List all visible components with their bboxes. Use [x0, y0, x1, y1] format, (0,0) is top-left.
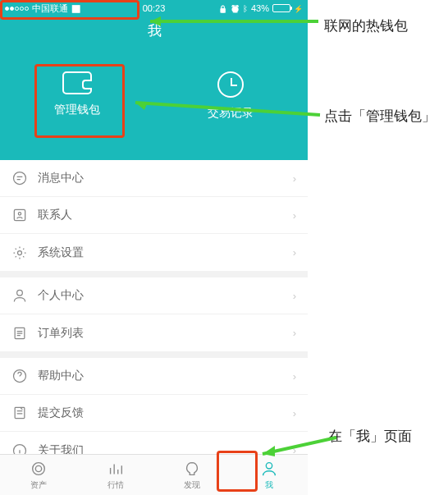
message-icon [11, 170, 28, 186]
bluetooth-icon [243, 3, 248, 13]
menu-label: 系统设置 [38, 245, 84, 260]
signal-icon [5, 7, 29, 11]
alarm-icon [231, 3, 240, 13]
menu-contacts[interactable]: 联系人 › [0, 197, 308, 234]
wifi-icon [71, 3, 80, 13]
transaction-history-button[interactable]: 交易记录 [208, 71, 254, 121]
menu-label: 订单列表 [38, 326, 84, 341]
transaction-history-label: 交易记录 [208, 106, 254, 121]
header: 我 管理钱包 交易记录 [0, 16, 308, 160]
status-bar: 中国联通 00:23 43% [0, 0, 308, 16]
chevron-right-icon: › [293, 290, 296, 302]
menu-label: 个人中心 [38, 288, 84, 303]
tab-label: 行情 [107, 479, 124, 491]
svg-point-4 [17, 290, 23, 296]
tab-discover[interactable]: 发现 [154, 455, 231, 495]
svg-point-11 [266, 462, 272, 468]
chevron-right-icon: › [293, 407, 296, 419]
svg-point-9 [33, 462, 45, 474]
chevron-right-icon: › [293, 209, 296, 222]
feedback-icon [11, 405, 28, 421]
wallet-icon [62, 71, 92, 94]
tab-assets[interactable]: 资产 [0, 455, 77, 495]
menu-orders[interactable]: 订单列表 › [0, 314, 308, 351]
svg-rect-7 [15, 407, 25, 418]
gear-icon [11, 245, 28, 261]
menu-feedback[interactable]: 提交反馈 › [0, 395, 308, 432]
battery-percent: 43% [251, 3, 269, 13]
tab-me[interactable]: 我 [231, 455, 308, 495]
annotation-hot-wallet: 联网的热钱包 [324, 16, 408, 35]
chevron-right-icon: › [293, 327, 296, 339]
manage-wallet-button[interactable]: 管理钱包 [54, 71, 100, 121]
me-icon [260, 460, 278, 478]
person-icon [11, 287, 28, 304]
svg-point-3 [18, 250, 22, 254]
menu-profile[interactable]: 个人中心 › [0, 277, 308, 314]
lock-icon [218, 3, 227, 13]
menu-messages[interactable]: 消息中心 › [0, 160, 308, 197]
chevron-right-icon: › [293, 172, 296, 185]
menu-label: 联系人 [38, 208, 72, 222]
tab-label: 资产 [30, 479, 47, 491]
carrier-label: 中国联通 [32, 2, 68, 15]
chevron-right-icon: › [293, 246, 296, 259]
discover-icon [183, 460, 201, 478]
menu-label: 消息中心 [38, 171, 84, 186]
tab-bar: 资产 行情 发现 我 [0, 454, 308, 495]
assets-icon [30, 460, 48, 478]
status-time: 00:23 [143, 3, 166, 13]
menu-label: 帮助中心 [38, 369, 84, 383]
tab-label: 我 [265, 479, 273, 491]
page-title: 我 [148, 16, 312, 40]
menu-help[interactable]: 帮助中心 › [0, 358, 308, 395]
menu-label: 提交反馈 [38, 406, 84, 420]
clock-icon [217, 71, 244, 98]
contacts-icon [11, 207, 28, 223]
battery-icon [272, 4, 290, 12]
svg-point-2 [18, 213, 21, 215]
annotation-me-page: 在「我」页面 [328, 427, 412, 446]
svg-point-10 [35, 465, 41, 471]
tab-market[interactable]: 行情 [77, 455, 154, 495]
market-icon [107, 460, 125, 478]
charging-icon [294, 3, 303, 13]
help-icon [11, 368, 28, 384]
chevron-right-icon: › [293, 370, 296, 383]
annotation-click-wallet: 点击「管理钱包」 [324, 107, 436, 126]
list-icon [11, 325, 28, 341]
tab-label: 发现 [184, 479, 200, 491]
menu-settings[interactable]: 系统设置 › [0, 234, 308, 271]
svg-point-0 [14, 172, 26, 185]
manage-wallet-label: 管理钱包 [54, 103, 100, 117]
